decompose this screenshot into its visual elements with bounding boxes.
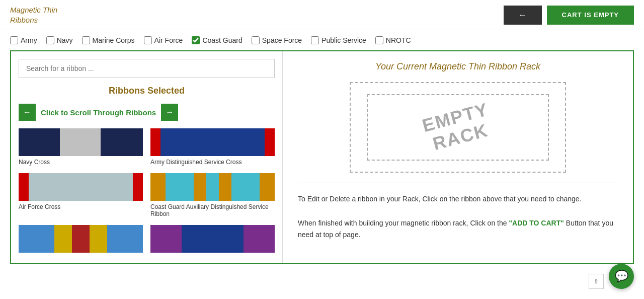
filter-checkbox-army[interactable] (10, 36, 18, 44)
ribbons-selected-title: Ribbons Selected (19, 86, 275, 96)
right-panel: Your Current Magnetic Thin Ribbon Rack E… (283, 51, 633, 263)
filter-checkbox-nrotc[interactable] (375, 36, 383, 44)
ribbon-item-6[interactable] (150, 225, 275, 255)
ribbon-label-army-dsc: Army Distinguished Service Cross (150, 159, 275, 166)
scroll-right-button[interactable]: → (161, 104, 178, 121)
ribbon-label-navy-cross: Navy Cross (19, 159, 143, 166)
filter-label-marine-corps[interactable]: Marine Corps (93, 36, 135, 44)
ribbon-item-5[interactable] (19, 225, 143, 255)
filter-item-army: Army (10, 36, 37, 44)
filter-item-public-service: Public Service (311, 36, 366, 44)
filter-checkbox-air-force[interactable] (144, 36, 152, 44)
filter-label-coast-guard[interactable]: Coast Guard (202, 36, 242, 44)
empty-rack: EMPTYRACK (350, 82, 566, 173)
rack-divider (298, 183, 618, 183)
empty-rack-text: EMPTYRACK (420, 99, 496, 155)
ribbon-5-image (19, 225, 143, 253)
filter-label-space-force[interactable]: Space Force (262, 36, 302, 44)
brand-title: Magnetic Thin Ribbons (10, 5, 57, 25)
chat-bubble[interactable]: 💬 (609, 264, 634, 274)
left-panel: Ribbons Selected ← Click to Scroll Throu… (11, 51, 283, 263)
cart-button[interactable]: CART IS EMPTY (547, 6, 634, 25)
ribbon-item-navy-cross[interactable]: Navy Cross (19, 128, 143, 166)
air-force-cross-image (19, 173, 143, 201)
main-content: Ribbons Selected ← Click to Scroll Throu… (10, 50, 634, 264)
filter-item-space-force: Space Force (252, 36, 302, 44)
filter-checkbox-coast-guard[interactable] (192, 36, 200, 44)
instruction-text-prefix: When finished with building your magneti… (298, 219, 509, 227)
ribbon-grid: Navy Cross Army Distinguished Service Cr… (19, 128, 275, 255)
add-to-cart-link: "ADD TO CART" (509, 219, 564, 227)
instructions: To Edit or Delete a ribbon in your Rack,… (298, 193, 618, 241)
ribbon-item-air-force-cross[interactable]: Air Force Cross (19, 173, 143, 217)
navy-cross-image (19, 128, 143, 156)
scroll-label: Click to Scroll Through Ribbons (41, 108, 156, 117)
filter-label-army[interactable]: Army (21, 36, 37, 44)
cg-aux-dsr-image (150, 173, 275, 201)
rack-title: Your Current Magnetic Thin Ribbon Rack (298, 61, 618, 72)
ribbon-label-air-force-cross: Air Force Cross (19, 203, 143, 210)
back-button[interactable]: ← (504, 6, 542, 25)
ribbon-6-image (150, 225, 275, 253)
army-dsc-image (150, 128, 275, 156)
ribbon-label-cg-aux-dsr: Coast Guard Auxiliary Distinguished Serv… (150, 203, 275, 217)
filter-item-nrotc: NROTC (375, 36, 411, 44)
filter-label-navy[interactable]: Navy (57, 36, 73, 44)
empty-rack-inner: EMPTYRACK (367, 94, 549, 161)
scroll-controls: ← Click to Scroll Through Ribbons → (19, 104, 275, 121)
filter-checkbox-public-service[interactable] (311, 36, 319, 44)
instruction-paragraph-2: When finished with building your magneti… (298, 217, 618, 242)
filter-checkbox-marine-corps[interactable] (82, 36, 90, 44)
top-buttons: ← CART IS EMPTY (504, 6, 634, 25)
filter-checkbox-navy[interactable] (46, 36, 54, 44)
ribbon-item-army-dsc[interactable]: Army Distinguished Service Cross (150, 128, 275, 166)
filter-label-air-force[interactable]: Air Force (154, 36, 183, 44)
instruction-paragraph-1: To Edit or Delete a ribbon in your Rack,… (298, 193, 618, 205)
filter-item-marine-corps: Marine Corps (82, 36, 135, 44)
scroll-left-button[interactable]: ← (19, 104, 36, 121)
filter-bar: ArmyNavyMarine CorpsAir ForceCoast Guard… (0, 30, 644, 50)
search-input[interactable] (19, 59, 275, 78)
filter-item-air-force: Air Force (144, 36, 183, 44)
filter-checkbox-space-force[interactable] (252, 36, 260, 44)
filter-item-navy: Navy (46, 36, 73, 44)
filter-item-coast-guard: Coast Guard (192, 36, 242, 44)
ribbon-item-cg-aux-dsr[interactable]: Coast Guard Auxiliary Distinguished Serv… (150, 173, 275, 217)
filter-label-nrotc[interactable]: NROTC (386, 36, 411, 44)
filter-label-public-service[interactable]: Public Service (321, 36, 366, 44)
top-bar: Magnetic Thin Ribbons ← CART IS EMPTY (0, 0, 644, 30)
